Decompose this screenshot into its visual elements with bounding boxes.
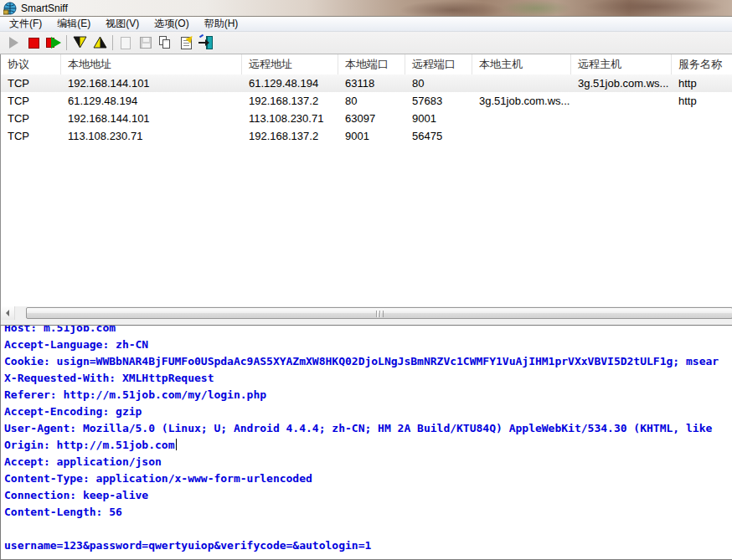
- cell-local_host: [472, 110, 571, 127]
- table-row[interactable]: TCP192.168.144.10161.129.48.19463118803g…: [1, 74, 732, 92]
- display-filter-button[interactable]: [70, 33, 90, 52]
- cell-local_address: 113.108.230.71: [61, 127, 242, 145]
- detail-line: username=123&password=qwertyuiop&verifyc…: [4, 537, 732, 554]
- detail-line: Content-Type: application/x-www-form-url…: [4, 470, 732, 487]
- column-header[interactable]: 本地端口: [338, 54, 405, 74]
- cell-local_port: 63097: [338, 110, 405, 127]
- detail-line: Content-Length: 56: [4, 504, 732, 521]
- cell-remote_port: 80: [405, 74, 472, 92]
- scroll-left-button[interactable]: [1, 306, 15, 320]
- detail-line: Connection: keep-alive: [4, 487, 732, 504]
- detail-line: Accept: application/json: [4, 454, 732, 470]
- capture-filter-button[interactable]: [90, 33, 110, 52]
- table-row[interactable]: TCP61.129.48.194192.168.137.280576833g.5…: [1, 92, 732, 110]
- save-icon: [140, 37, 152, 49]
- cell-service: [672, 127, 732, 145]
- menu-item[interactable]: 文件(F): [2, 17, 49, 31]
- menu-item[interactable]: 编辑(E): [49, 17, 98, 31]
- cell-remote_host: [571, 110, 672, 127]
- menu-item[interactable]: 帮助(H): [197, 17, 246, 31]
- scroll-thumb[interactable]: [26, 307, 732, 319]
- cell-service: http: [672, 74, 732, 92]
- cell-protocol: TCP: [1, 110, 61, 127]
- copy-button[interactable]: [156, 33, 176, 52]
- save-button: [136, 33, 156, 52]
- column-header[interactable]: 远程主机: [571, 54, 672, 74]
- toolbar-separator: [66, 35, 67, 50]
- scroll-left-icon: [6, 310, 9, 316]
- table-body: TCP192.168.144.10161.129.48.19463118803g…: [1, 74, 732, 145]
- column-header[interactable]: 服务名称: [672, 54, 732, 74]
- cell-remote_host: 3g.51job.com.ws...: [571, 74, 672, 92]
- detail-line: Accept-Encoding: gzip: [4, 403, 732, 420]
- detail-line: [4, 521, 732, 537]
- detail-line: Host: m.51job.com: [4, 325, 732, 337]
- table-row[interactable]: TCP192.168.144.101113.108.230.7163097900…: [1, 110, 732, 127]
- exit-icon: [198, 36, 214, 49]
- cell-remote_address: 61.129.48.194: [242, 74, 338, 92]
- detail-line: Cookie: usign=WWBbNAR4BjFUMFo0USpdaAc9AS…: [4, 353, 732, 370]
- cell-remote_address: 192.168.137.2: [242, 92, 338, 110]
- cell-remote_port: 57683: [405, 92, 472, 110]
- detail-line: Accept-Language: zh-CN: [4, 337, 732, 353]
- connections-pane: 协议本地地址远程地址本地端口远程端口本地主机远程主机服务名称 TCP192.16…: [0, 54, 732, 320]
- play-icon: [9, 37, 18, 49]
- cell-local_host: [472, 127, 571, 145]
- scroll-grip: [376, 311, 384, 317]
- menu-item[interactable]: 视图(V): [98, 17, 147, 31]
- cell-service: http: [672, 92, 732, 110]
- start-capture-icon: [46, 37, 62, 49]
- play-button: [3, 33, 23, 52]
- cell-remote_port: 56475: [405, 127, 472, 145]
- cell-protocol: TCP: [1, 127, 61, 145]
- column-header[interactable]: 远程地址: [242, 54, 338, 74]
- cell-local_address: 61.129.48.194: [61, 92, 242, 110]
- cell-local_host: [472, 74, 571, 92]
- table-row[interactable]: TCP113.108.230.71192.168.137.2900156475: [1, 127, 732, 145]
- new-file-button: [116, 33, 136, 52]
- detail-line: X-Requested-With: XMLHttpRequest: [4, 370, 732, 387]
- cell-local_port: 80: [338, 92, 405, 110]
- cell-remote_host: [571, 92, 672, 110]
- column-header[interactable]: 本地主机: [472, 54, 571, 74]
- column-header[interactable]: 远程端口: [405, 54, 472, 74]
- menu-item[interactable]: 选项(O): [147, 17, 196, 31]
- window-title: SmartSniff: [21, 3, 68, 14]
- cell-service: [672, 110, 732, 127]
- display-filter-icon: [73, 36, 87, 49]
- cell-remote_address: 113.108.230.71: [242, 110, 338, 127]
- new-file-icon: [121, 37, 131, 49]
- cell-protocol: TCP: [1, 74, 61, 92]
- packet-detail-pane[interactable]: Host: m.51job.comAccept-Language: zh-CNC…: [0, 325, 732, 560]
- cell-local_address: 192.168.144.101: [61, 110, 242, 127]
- text-caret: [176, 439, 177, 450]
- cell-remote_host: [571, 127, 672, 145]
- cell-local_address: 192.168.144.101: [61, 74, 242, 92]
- horizontal-scrollbar[interactable]: [1, 306, 732, 320]
- menu-bar: 文件(F)编辑(E)视图(V)选项(O)帮助(H): [0, 17, 732, 32]
- column-header[interactable]: 本地地址: [61, 54, 242, 74]
- table-header: 协议本地地址远程地址本地端口远程端口本地主机远程主机服务名称: [1, 54, 732, 74]
- detail-text: Host: m.51job.comAccept-Language: zh-CNC…: [1, 325, 732, 554]
- detail-line: User-Agent: Mozilla/5.0 (Linux; U; Andro…: [4, 420, 732, 437]
- column-header[interactable]: 协议: [1, 54, 61, 74]
- cell-protocol: TCP: [1, 92, 61, 110]
- detail-line: Origin: http://m.51job.com: [4, 437, 732, 454]
- toolbar: [0, 32, 732, 54]
- exit-button[interactable]: [196, 33, 216, 52]
- stop-icon: [28, 38, 39, 49]
- cell-remote_port: 9001: [405, 110, 472, 127]
- properties-icon: [181, 37, 192, 49]
- start-capture-button[interactable]: [44, 33, 64, 52]
- title-bar[interactable]: SmartSniff: [0, 0, 732, 17]
- cell-local_port: 9001: [338, 127, 405, 145]
- copy-icon: [159, 36, 173, 49]
- cell-remote_address: 192.168.137.2: [242, 127, 338, 145]
- capture-filter-icon: [93, 36, 107, 49]
- app-icon: [3, 2, 17, 15]
- cell-local_port: 63118: [338, 74, 405, 92]
- properties-button[interactable]: [176, 33, 196, 52]
- detail-line: Referer: http://m.51job.com/my/login.php: [4, 387, 732, 403]
- stop-capture-button[interactable]: [23, 33, 44, 52]
- cell-local_host: 3g.51job.com.ws...: [472, 92, 571, 110]
